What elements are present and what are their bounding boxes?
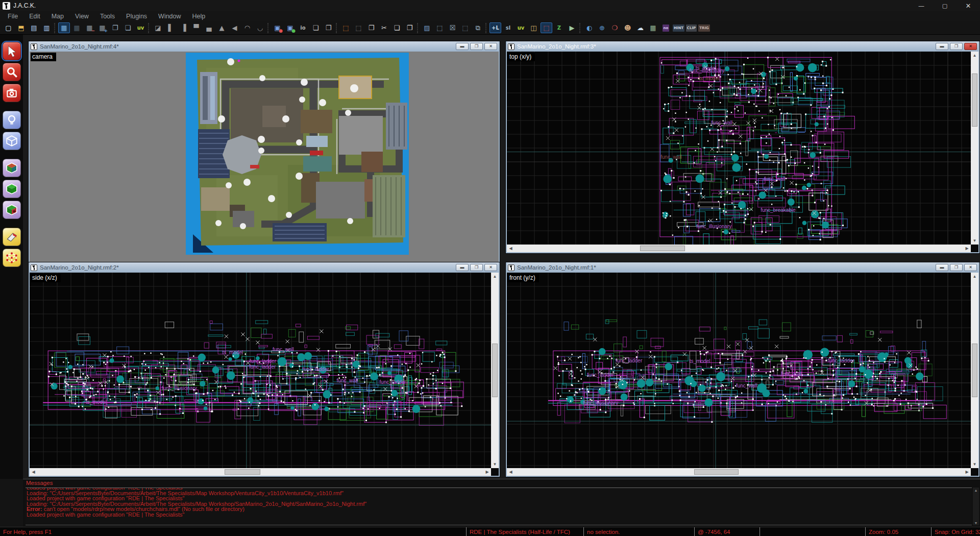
camera-tool[interactable] [3,84,21,102]
window-front-titlebar[interactable]: SanMarino_2o1o_Night.rmf:1* ▬ ❐ ✕ [507,262,978,273]
menu-item-window[interactable]: Window [153,12,186,21]
uv-lock-alt-icon[interactable]: uv [515,22,527,33]
horizontal-scrollbar[interactable]: ◀▶ [507,468,971,476]
carve-icon[interactable]: ◪ [152,22,164,33]
group-icon[interactable]: ▣● [272,22,283,33]
scroll-down-icon[interactable]: ▼ [973,520,979,525]
menu-item-map[interactable]: Map [46,12,69,21]
new-document-icon[interactable]: ▢ [3,22,14,33]
toggle-helpers-icon[interactable]: +L [489,22,501,33]
os-minimize-button[interactable]: — [910,0,933,11]
hide-unselected-icon[interactable]: ⬚ [459,22,471,33]
texture-scale-lock-icon[interactable]: ⬚ [353,22,364,33]
save-document-icon[interactable]: ▤ [28,22,40,33]
magnify-tool[interactable] [3,63,21,81]
front-viewport[interactable]: func_ladderfunc_wallfunc_illusionaryts_m… [507,273,971,468]
rotate-cw-icon[interactable]: ◠ [241,22,253,33]
snap-to-grid-icon[interactable]: ▦ [58,22,70,33]
os-titlebar[interactable]: J.A.C.K. — ▢ ✕ [0,0,980,11]
os-maximize-button[interactable]: ▢ [933,0,957,11]
block-tool[interactable] [3,132,21,150]
scroll-thumb[interactable] [225,469,260,475]
clip-tool[interactable] [3,228,21,246]
open-document-icon[interactable]: ⬒ [15,22,27,33]
scroll-thumb[interactable] [492,344,498,398]
selection-tool[interactable] [3,42,21,60]
cordon-icon[interactable]: ◐ [583,22,595,33]
scroll-thumb[interactable] [694,469,739,475]
toggle-models-icon[interactable]: sl [502,22,514,33]
menu-item-help[interactable]: Help [187,12,211,21]
messages-scrollbar[interactable]: ▲ ▼ [973,488,979,525]
align-right-icon[interactable]: ▐ [178,22,189,33]
scroll-thumb[interactable] [972,344,977,398]
menu-item-edit[interactable]: Edit [23,12,46,21]
scroll-down-icon[interactable]: ▼ [491,460,499,468]
make-solid-icon[interactable]: ❐ [323,22,334,33]
smaller-grid-icon[interactable]: ▦− [84,22,95,33]
model-preview-icon[interactable]: ☻ [622,22,633,33]
side-viewport[interactable]: func_ladderfunc_wallfunc_illusionaryfunc… [30,273,491,468]
vertex-tool[interactable] [3,249,21,267]
scroll-right-icon[interactable]: ▶ [963,468,971,476]
scroll-left-icon[interactable]: ◀ [30,468,37,476]
duplicate-icon[interactable]: ❐ [365,22,377,33]
window-minimize-button[interactable]: ▬ [936,43,948,50]
rotate-ccw-icon[interactable]: ◡ [254,22,266,33]
show-clip-icon[interactable]: CLIP [685,22,697,33]
cut-icon[interactable]: ✂ [378,22,390,33]
scroll-down-icon[interactable]: ▼ [971,460,978,468]
vertical-scrollbar[interactable]: ▲▼ [971,273,978,468]
texture-lock-icon[interactable]: ⬚ [340,22,352,33]
window-restore-button[interactable]: ❐ [950,43,963,50]
paste-icon[interactable]: ❐ [404,22,415,33]
texture-quality-icon[interactable]: ▦ [647,22,659,33]
horizontal-scrollbar[interactable]: ◀▶ [507,245,971,252]
path-tool-icon[interactable]: ❍ [609,22,621,33]
window-restore-button[interactable]: ❐ [470,264,483,271]
scroll-right-icon[interactable]: ▶ [483,468,491,476]
top-viewport[interactable]: func_wallfunc_illusionaryts_modelfunc_br… [507,52,971,245]
scroll-right-icon[interactable]: ▶ [963,245,971,252]
show-grid-icon[interactable]: ▦ [71,22,83,33]
show-trig-icon[interactable]: TRIG [698,22,710,33]
scroll-up-icon[interactable]: ▲ [973,488,979,493]
horizontal-scrollbar[interactable]: ◀▶ [30,468,491,476]
larger-grid-icon[interactable]: ▦+ [96,22,108,33]
select-marquee-icon[interactable]: ⬚ [434,22,446,33]
ignore-grouping-icon[interactable]: io [297,22,309,33]
window-close-button[interactable]: ✕ [964,264,977,271]
hollow-icon[interactable]: ❏ [310,22,322,33]
window-minimize-button[interactable]: ▬ [936,264,948,271]
snap-vertices-icon[interactable]: ❏ [122,22,134,33]
show-hint-icon[interactable]: HINT [673,22,684,33]
ungroup-icon[interactable]: ▣● [284,22,296,33]
flip-vertical-icon[interactable]: ▲ [216,22,228,33]
vertical-scrollbar[interactable]: ▲▼ [971,52,978,245]
hide-selected-icon[interactable]: ☒ [447,22,458,33]
texture-browser-icon[interactable]: ◫ [528,22,540,33]
window-minimize-button[interactable]: ▬ [456,43,469,50]
os-close-button[interactable]: ✕ [957,0,980,11]
window-restore-button[interactable]: ❐ [950,264,963,271]
apply-current-texture-tool[interactable] [3,180,21,198]
apply-decals-tool[interactable] [3,201,21,219]
entity-tool[interactable] [3,111,21,129]
scroll-thumb[interactable] [972,74,977,127]
scroll-up-icon[interactable]: ▲ [971,52,978,59]
scroll-down-icon[interactable]: ▼ [971,237,978,245]
flip-horizontal-icon[interactable]: ◀ [229,22,240,33]
align-top-icon[interactable]: ▀ [190,22,202,33]
export-document-icon[interactable]: ▥ [41,22,53,33]
menu-item-view[interactable]: View [69,12,94,21]
texture-application-icon[interactable]: ⬚ [541,22,552,33]
sky-preview-icon[interactable]: ☁ [634,22,646,33]
toggle-texture-application-tool[interactable] [3,159,21,177]
window-close-button[interactable]: ✕ [964,43,977,50]
show-no-draw-icon[interactable]: no [660,22,672,33]
scroll-up-icon[interactable]: ▲ [971,273,978,280]
scroll-thumb[interactable] [640,246,685,251]
snap-objects-icon[interactable]: ❐ [109,22,121,33]
window-camera-titlebar[interactable]: SanMarino_2o1o_Night.rmf:4* ▬ ❐ ✕ [30,41,499,52]
carve-selection-icon[interactable]: ▨ [421,22,433,33]
